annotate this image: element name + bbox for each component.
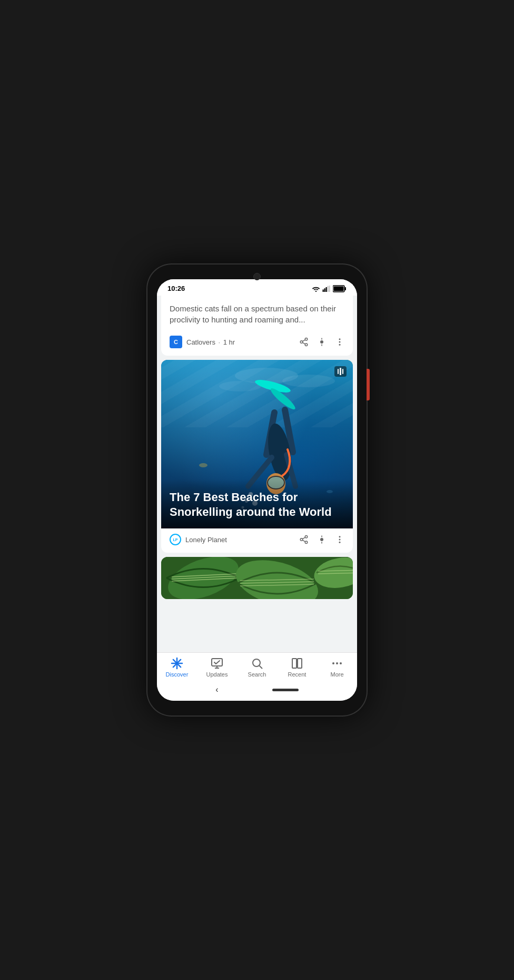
- signal-icon: [322, 286, 331, 292]
- article-image: The 7 Best Beaches for Snorkelling aroun…: [161, 360, 353, 528]
- svg-point-74: [340, 662, 342, 664]
- image-text-overlay: The 7 Best Beaches for Snorkelling aroun…: [161, 479, 353, 528]
- svg-point-17: [339, 338, 341, 340]
- svg-point-18: [339, 341, 341, 343]
- lp-more-button[interactable]: [335, 535, 344, 544]
- card-description: Domestic cats fall on a spectrum based o…: [170, 303, 344, 325]
- svg-point-11: [305, 344, 308, 346]
- svg-point-47: [339, 539, 341, 541]
- svg-line-69: [260, 666, 263, 669]
- svg-point-73: [336, 662, 338, 664]
- partial-image: [161, 557, 353, 599]
- svg-line-41: [302, 540, 305, 542]
- content-scroll: Domestic cats fall on a spectrum based o…: [157, 296, 357, 652]
- snorkelling-card[interactable]: The 7 Best Beaches for Snorkelling aroun…: [161, 360, 353, 553]
- discover-label: Discover: [166, 671, 189, 678]
- more-label: More: [330, 671, 343, 678]
- svg-rect-4: [328, 286, 329, 291]
- lonely-planet-logo: LP: [170, 534, 181, 545]
- logo-text: C: [174, 339, 178, 345]
- nav-updates[interactable]: Updates: [197, 657, 237, 678]
- svg-rect-3: [326, 287, 327, 292]
- nav-recent[interactable]: Recent: [277, 657, 317, 678]
- svg-point-10: [300, 341, 303, 344]
- more-nav-icon: [331, 657, 343, 670]
- card-footer: C Catlovers · 1 hr: [161, 330, 353, 356]
- volume-button: [367, 369, 370, 400]
- bottom-nav: Discover Updates: [157, 652, 357, 681]
- footer-actions: [299, 337, 344, 347]
- svg-point-72: [332, 662, 334, 664]
- svg-point-0: [315, 290, 317, 291]
- lp-share-button[interactable]: [299, 535, 309, 544]
- svg-point-14: [321, 341, 323, 344]
- system-nav: ‹: [157, 681, 357, 701]
- svg-line-13: [302, 340, 305, 341]
- svg-point-21: [219, 381, 261, 391]
- catlovers-card: Domestic cats fall on a spectrum based o…: [161, 296, 353, 356]
- svg-rect-70: [292, 659, 296, 668]
- card-text-area: Domestic cats fall on a spectrum based o…: [161, 296, 353, 330]
- phone-screen: 10:26: [157, 279, 357, 701]
- status-icons: [312, 285, 347, 292]
- svg-point-39: [300, 538, 303, 541]
- svg-rect-8: [334, 286, 344, 291]
- lp-footer-actions: [299, 535, 344, 544]
- svg-rect-5: [329, 286, 330, 292]
- more-button[interactable]: [335, 337, 344, 347]
- status-bar: 10:26: [157, 279, 357, 296]
- article-title: The 7 Best Beaches for Snorkelling aroun…: [170, 490, 344, 520]
- svg-point-46: [339, 536, 341, 537]
- svg-point-36: [199, 463, 207, 467]
- nav-search[interactable]: Search: [237, 657, 277, 678]
- updates-icon: [211, 657, 223, 670]
- catlovers-logo: C: [170, 336, 182, 348]
- lp-logo-text: LP: [173, 538, 178, 542]
- lp-interest-button[interactable]: [317, 535, 327, 544]
- svg-line-12: [302, 342, 305, 344]
- badge-bar-3: [342, 369, 343, 374]
- share-button[interactable]: [299, 337, 309, 347]
- source-info: Catlovers · 1 hr: [186, 338, 295, 346]
- battery-icon: [333, 285, 347, 292]
- svg-point-43: [321, 538, 323, 541]
- recent-label: Recent: [288, 671, 307, 678]
- svg-point-40: [305, 541, 308, 544]
- search-label: Search: [248, 671, 266, 678]
- svg-rect-1: [323, 289, 324, 292]
- discover-icon: [171, 657, 183, 670]
- home-pill[interactable]: [272, 689, 299, 691]
- svg-point-48: [339, 542, 341, 543]
- svg-line-42: [302, 537, 305, 539]
- lp-source-name: Lonely Planet: [185, 536, 295, 544]
- svg-point-19: [339, 344, 341, 346]
- partial-card[interactable]: [161, 557, 353, 599]
- nav-more[interactable]: More: [317, 657, 357, 678]
- interest-button[interactable]: [317, 337, 327, 347]
- search-icon: [251, 657, 263, 670]
- wifi-icon: [312, 286, 320, 292]
- recent-icon: [291, 657, 303, 670]
- svg-point-9: [305, 338, 308, 341]
- lp-card-footer: LP Lonely Planet: [161, 528, 353, 553]
- phone-camera: [253, 273, 261, 280]
- status-time: 10:26: [167, 285, 185, 292]
- phone-device: 10:26: [146, 263, 368, 717]
- svg-point-38: [305, 536, 308, 538]
- image-badge: [334, 366, 347, 377]
- updates-label: Updates: [206, 671, 228, 678]
- nav-discover[interactable]: Discover: [157, 657, 197, 678]
- svg-point-22: [282, 375, 335, 387]
- badge-bar-2: [340, 368, 341, 375]
- svg-point-68: [253, 659, 260, 667]
- back-button[interactable]: ‹: [215, 685, 218, 694]
- badge-bar-1: [338, 369, 339, 374]
- svg-rect-7: [345, 287, 347, 290]
- svg-rect-71: [298, 659, 302, 668]
- svg-rect-2: [324, 288, 325, 292]
